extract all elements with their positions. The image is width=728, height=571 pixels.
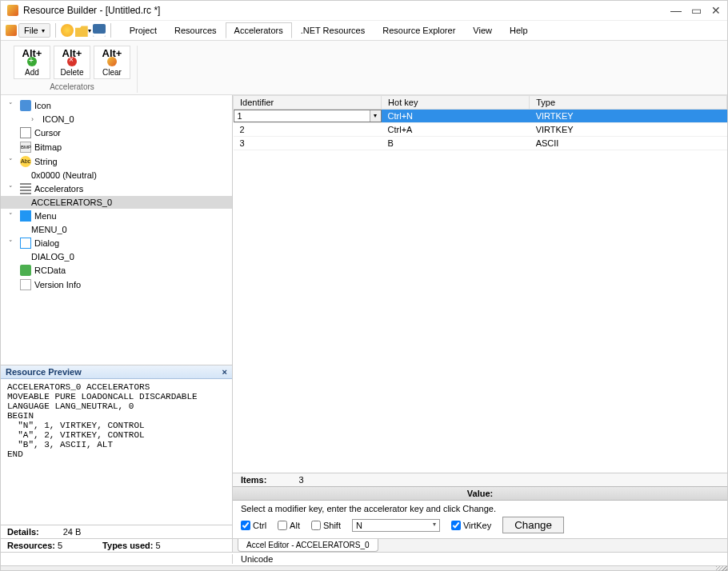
add-button[interactable]: Alt+ Add — [14, 46, 50, 79]
new-icon[interactable] — [61, 24, 74, 37]
col-hotkey[interactable]: Hot key — [382, 96, 530, 110]
cursor-type-icon — [20, 127, 31, 138]
tree-node-icon[interactable]: ˅Icon — [1, 98, 232, 113]
clear-button[interactable]: Alt+ Clear — [94, 46, 130, 79]
status-left: Resources: 5 Types used: 5 — [1, 538, 232, 552]
accel-type-icon — [20, 183, 31, 194]
menu-view[interactable]: View — [464, 22, 501, 38]
details-bar: Details: 24 B — [1, 525, 232, 538]
menubar: File ▾ Project Resources Accelerators .N… — [1, 21, 727, 41]
tab-accel-editor[interactable]: Accel Editor - ACCELERATORS_0 — [238, 539, 378, 552]
preview-header: Resource Preview × — [1, 365, 232, 379]
rcdata-type-icon — [20, 265, 31, 276]
titlebar: Resource Builder - [Untitled.rc *] — ▭ ✕ — [1, 1, 727, 21]
tab-resources[interactable]: Resources — [166, 22, 226, 38]
preview-close-icon[interactable]: × — [222, 367, 227, 377]
menu-type-icon — [20, 210, 31, 222]
bitmap-type-icon: BMP — [20, 142, 31, 153]
separator — [55, 23, 56, 38]
table-row[interactable]: 2Ctrl+AVIRTKEY — [234, 123, 727, 137]
x-icon — [67, 57, 77, 66]
tree-node-string[interactable]: ˅AbcString — [1, 154, 232, 169]
table-row[interactable]: ▾ Ctrl+N VIRTKEY — [234, 110, 727, 123]
open-icon[interactable] — [75, 24, 88, 37]
tree-node-version[interactable]: Version Info — [1, 278, 232, 292]
tree-item-menu0[interactable]: MENU_0 — [1, 223, 232, 236]
instruction-text: Select a modifier key, enter the acceler… — [233, 501, 727, 515]
minimize-button[interactable]: — — [670, 4, 682, 17]
tab-explorer[interactable]: Resource Explorer — [374, 22, 464, 38]
items-bar: Items: 3 — [233, 473, 727, 486]
broom-icon — [107, 57, 117, 66]
close-button[interactable]: ✕ — [711, 4, 721, 17]
string-type-icon: Abc — [20, 156, 31, 167]
resource-tree[interactable]: ˅Icon ›ICON_0 Cursor BMPBitmap ˅AbcStrin… — [1, 95, 232, 365]
ctrl-checkbox[interactable]: Ctrl — [241, 521, 266, 530]
col-identifier[interactable]: Identifier — [234, 96, 382, 110]
col-type[interactable]: Type — [530, 96, 727, 110]
alt-checkbox[interactable]: Alt — [278, 521, 300, 530]
tab-dotnet[interactable]: .NET Resources — [292, 22, 374, 38]
editor-tabstrip: Accel Editor - ACCELERATORS_0 — [233, 538, 727, 552]
tab-accelerators[interactable]: Accelerators — [226, 22, 292, 38]
plus-icon — [27, 57, 37, 66]
change-button[interactable]: Change — [502, 517, 564, 533]
virtkey-checkbox[interactable]: VirtKey — [451, 521, 491, 530]
chevron-down-icon[interactable]: ▾ — [433, 521, 436, 530]
tree-item-accelerators0[interactable]: ACCELERATORS_0 — [1, 196, 232, 209]
menu-help[interactable]: Help — [501, 22, 537, 38]
file-menu[interactable]: File — [18, 23, 50, 38]
tree-node-cursor[interactable]: Cursor — [1, 126, 232, 140]
tree-node-bitmap[interactable]: BMPBitmap — [1, 140, 232, 154]
app-icon — [7, 5, 18, 16]
shift-checkbox[interactable]: Shift — [311, 521, 341, 530]
value-header: Value: — [233, 486, 727, 501]
tree-item-string0[interactable]: 0x0000 (Neutral) — [1, 169, 232, 182]
identifier-input[interactable] — [234, 110, 370, 122]
window-title: Resource Builder - [Untitled.rc *] — [23, 5, 670, 16]
open-dropdown[interactable]: ▾ — [88, 27, 91, 34]
tree-item-dialog0[interactable]: DIALOG_0 — [1, 250, 232, 263]
save-icon[interactable] — [93, 24, 106, 37]
resize-grip[interactable] — [1, 565, 727, 570]
delete-button[interactable]: Alt+ Delete — [54, 46, 90, 79]
tree-item-icon0[interactable]: ›ICON_0 — [1, 113, 232, 126]
tab-project[interactable]: Project — [121, 22, 166, 38]
preview-body: ACCELERATORS_0 ACCELERATORS MOVEABLE PUR… — [1, 379, 232, 525]
tree-node-accelerators[interactable]: ˅Accelerators — [1, 182, 232, 196]
tree-node-dialog[interactable]: ˅Dialog — [1, 236, 232, 250]
key-field[interactable]: N▾ — [352, 519, 440, 532]
dialog-type-icon — [20, 238, 31, 249]
table-row[interactable]: 3BASCII — [234, 137, 727, 150]
tree-node-menu[interactable]: ˅Menu — [1, 209, 232, 223]
maximize-button[interactable]: ▭ — [691, 4, 702, 17]
chevron-down-icon[interactable]: ▾ — [370, 110, 381, 122]
app-icon-small — [6, 25, 17, 36]
version-type-icon — [20, 279, 31, 290]
separator — [110, 23, 111, 38]
status-bar: Unicode — [1, 552, 727, 565]
tree-node-rcdata[interactable]: RCData — [1, 263, 232, 278]
ribbon-group-label: Accelerators — [50, 82, 94, 91]
accelerator-grid[interactable]: Identifier Hot key Type ▾ Ctrl+N VIRTKEY… — [233, 95, 727, 473]
ribbon: Alt+ Add Alt+ Delete Alt+ Clear Accelera… — [1, 41, 727, 95]
icon-type-icon — [20, 100, 31, 111]
